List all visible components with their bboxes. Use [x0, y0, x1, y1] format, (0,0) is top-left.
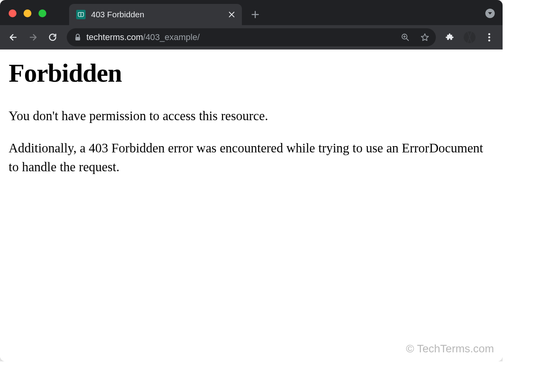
tab-title: 403 Forbidden — [91, 10, 221, 19]
new-tab-button[interactable] — [247, 6, 264, 23]
lock-icon — [75, 34, 81, 41]
browser-menu-button[interactable] — [481, 29, 498, 46]
window-minimize-button[interactable] — [24, 9, 31, 17]
svg-point-4 — [488, 40, 490, 42]
back-button[interactable] — [5, 29, 22, 46]
address-bar[interactable]: techterms.com/403_example/ — [67, 28, 436, 46]
bookmark-button[interactable] — [418, 30, 432, 44]
url-path: /403_example/ — [143, 32, 199, 42]
account-dropdown-button[interactable] — [485, 9, 495, 18]
page-content: Forbidden You don't have permission to a… — [0, 49, 503, 361]
svg-rect-0 — [75, 37, 80, 40]
error-message-2: Additionally, a 403 Forbidden error was … — [9, 139, 494, 177]
reload-button[interactable] — [44, 29, 61, 46]
globe-extension-icon — [464, 31, 476, 43]
url-domain: techterms.com — [86, 32, 143, 42]
extensions-button[interactable] — [441, 29, 459, 46]
toolbar: techterms.com/403_example/ — [0, 25, 503, 49]
url-text: techterms.com/403_example/ — [86, 32, 393, 42]
zoom-button[interactable] — [398, 30, 412, 44]
extension-icon[interactable] — [461, 29, 478, 46]
watermark-text: © TechTerms.com — [406, 343, 494, 355]
window-close-button[interactable] — [9, 9, 16, 17]
tab-close-button[interactable] — [227, 10, 236, 19]
forward-button[interactable] — [24, 29, 42, 46]
tab-favicon-icon — [76, 10, 86, 19]
browser-window: 403 Forbidden techterms.com/403 — [0, 0, 503, 361]
svg-point-2 — [488, 33, 490, 35]
error-message-1: You don't have permission to access this… — [9, 107, 494, 126]
page-heading: Forbidden — [9, 58, 494, 88]
tab-strip: 403 Forbidden — [0, 0, 503, 25]
window-controls — [9, 9, 46, 17]
window-maximize-button[interactable] — [38, 9, 46, 17]
browser-tab[interactable]: 403 Forbidden — [69, 4, 242, 25]
svg-point-3 — [488, 37, 490, 38]
